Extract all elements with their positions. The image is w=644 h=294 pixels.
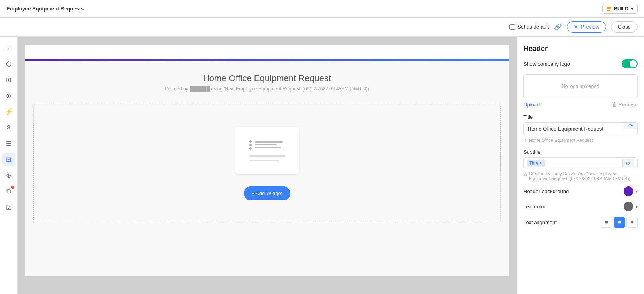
grid-icon: ⊟	[6, 156, 11, 163]
text-align-row: Text alignment ≡ ≡ ≡	[523, 217, 638, 228]
sidebar-icon-cube[interactable]: ⬡	[2, 57, 15, 70]
subtitle-field-label: Subtitle	[523, 149, 638, 155]
dot-icon	[249, 144, 252, 146]
sidebar-icon-grid[interactable]: ⊟	[2, 153, 15, 166]
form-icon: ☰	[6, 140, 12, 147]
add-widget-button[interactable]: + Add Widget	[244, 186, 291, 200]
show-logo-row: Show company logo	[523, 59, 638, 68]
widget-content	[245, 136, 289, 165]
text-color-row: Text color ▾	[523, 202, 638, 211]
cube-icon: ⬡	[6, 60, 12, 68]
canvas-area: Home Office Equipment Request Created by…	[18, 37, 517, 294]
main-layout: →| ⬡ ⊞ ⊕ ⚡ S ☰ ⊟ ⊛ ⧉ ☑	[0, 37, 644, 294]
widget-separator-2	[249, 160, 279, 161]
header-bg-row: Header background ▾	[523, 186, 638, 196]
sidebar-icon-s[interactable]: S	[2, 121, 15, 134]
set-default-wrap: Set as default	[509, 24, 549, 30]
panel-section-title: Header	[523, 45, 638, 53]
left-sidebar: →| ⬡ ⊞ ⊕ ⚡ S ☰ ⊟ ⊛ ⧉ ☑	[0, 37, 18, 294]
top-bar: Employee Equipment Requests BUILD ▾	[0, 0, 644, 18]
sidebar-icon-plus[interactable]: ⊕	[2, 89, 15, 102]
text-color-swatch-wrap[interactable]: ▾	[624, 202, 638, 211]
arrow-icon: →|	[4, 44, 12, 51]
link-icon[interactable]: 🔗	[554, 23, 562, 31]
align-buttons: ≡ ≡ ≡	[601, 217, 638, 228]
sidebar-icon-arrow[interactable]: →|	[2, 41, 15, 54]
header-bg-swatch-wrap[interactable]: ▾	[624, 186, 638, 196]
subtitle-input-icon[interactable]: ⟳	[622, 159, 634, 167]
subtitle-tag: Title ✕	[527, 160, 545, 167]
close-button[interactable]: Close	[611, 21, 638, 33]
title-field-label: Title	[523, 114, 638, 120]
form-widget-area: + Add Widget	[33, 104, 501, 223]
form-canvas: Home Office Equipment Request Created by…	[25, 45, 509, 276]
text-color-label: Text color	[523, 204, 546, 210]
tag-remove-icon[interactable]: ✕	[540, 161, 543, 165]
sidebar-icon-satellite[interactable]: ⊛	[2, 169, 15, 182]
plus-icon: ⊕	[6, 92, 11, 100]
copy-badge	[11, 186, 14, 189]
widget-line-short	[255, 147, 281, 148]
show-logo-label: Show company logo	[523, 61, 570, 67]
text-color-swatch	[624, 202, 633, 211]
dot-icon	[249, 140, 252, 143]
widget-dot-group	[249, 140, 252, 150]
widget-line-med	[255, 144, 277, 145]
subtitle-hint: ⚠ Created by Cody Deitz using 'New Emplo…	[523, 171, 638, 181]
bolt-icon: ⚡	[5, 108, 13, 116]
align-right-button[interactable]: ≡	[626, 217, 638, 228]
widget-lines	[255, 141, 283, 148]
widget-separator-1	[249, 155, 285, 157]
sidebar-icon-copy[interactable]: ⧉	[2, 185, 15, 198]
right-panel: Header Show company logo No logo uploade…	[517, 37, 644, 294]
form-title-text: Home Office Equipment Request	[33, 73, 501, 84]
layers-icon: ⊞	[6, 76, 11, 84]
sidebar-icon-layers[interactable]: ⊞	[2, 73, 15, 86]
remove-link[interactable]: 🗑 Remove	[612, 102, 638, 108]
title-input[interactable]	[524, 123, 624, 135]
stripe-icon	[607, 7, 611, 11]
check-icon: ☑	[6, 204, 12, 211]
sidebar-icon-check[interactable]: ☑	[2, 201, 15, 214]
show-logo-toggle[interactable]	[622, 59, 638, 68]
trash-icon: 🗑	[612, 102, 617, 108]
sidebar-icon-bolt[interactable]: ⚡	[2, 105, 15, 118]
widget-row-1	[249, 140, 283, 150]
s-icon: S	[7, 124, 10, 131]
title-input-icon[interactable]: ⟳	[624, 123, 637, 129]
align-left-button[interactable]: ≡	[601, 217, 612, 228]
widget-line-long	[255, 141, 283, 143]
no-logo-label: No logo uploaded	[562, 84, 599, 89]
hint-icon: ⚠	[523, 138, 527, 143]
bg-chevron-icon: ▾	[636, 189, 638, 194]
form-title-section: Home Office Equipment Request Created by…	[33, 73, 501, 92]
build-badge[interactable]: BUILD ▾	[602, 4, 638, 14]
chevron-down-icon: ▾	[631, 6, 633, 12]
copy-icon: ⧉	[6, 188, 11, 195]
header-bg-swatch	[624, 186, 633, 196]
title-input-wrap: ⟳	[523, 122, 638, 135]
subtitle-input[interactable]	[545, 159, 622, 167]
action-bar: Set as default 🔗 👁 Preview Close	[0, 18, 644, 37]
preview-button[interactable]: 👁 Preview	[567, 21, 606, 33]
form-body: Home Office Equipment Request Created by…	[25, 61, 509, 276]
align-center-button[interactable]: ≡	[614, 217, 625, 228]
title-hint: ⚠ Home Office Equipment Request	[523, 138, 638, 143]
app-title: Employee Equipment Requests	[6, 6, 84, 12]
form-header-bar	[25, 45, 509, 59]
upload-remove-row: Upload 🗑 Remove	[523, 102, 638, 108]
subtitle-hint-icon: ⚠	[523, 172, 527, 177]
logo-upload-box: No logo uploaded	[523, 74, 638, 98]
satellite-icon: ⊛	[6, 172, 11, 179]
sidebar-icon-form[interactable]: ☰	[2, 137, 15, 150]
subtitle-input-wrap: Title ✕ ⟳	[523, 157, 638, 169]
widget-placeholder	[235, 127, 299, 174]
form-subtitle-text: Created by ██████ using 'New Employee Eq…	[33, 86, 501, 92]
dot-icon	[249, 147, 252, 150]
header-bg-label: Header background	[523, 188, 569, 194]
eye-icon: 👁	[574, 24, 579, 30]
text-align-label: Text alignment	[523, 220, 557, 225]
set-default-checkbox[interactable]	[509, 24, 515, 30]
upload-link[interactable]: Upload	[523, 102, 540, 108]
text-color-chevron-icon: ▾	[636, 204, 638, 209]
